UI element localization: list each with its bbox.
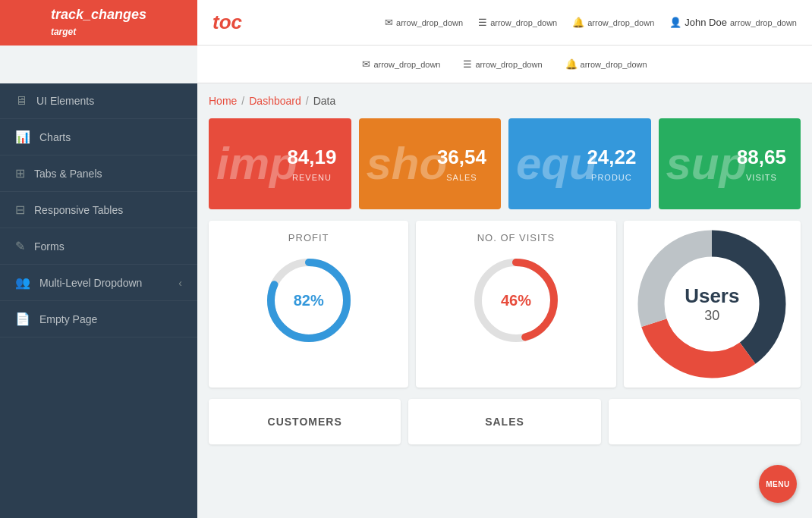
main-layout: 🖥 UI Elements 📊 Charts ⊞ Tabs & Panels ⊟… bbox=[0, 83, 812, 518]
customers-card: CUSTOMERS bbox=[209, 399, 401, 444]
menu-fab[interactable]: MENU bbox=[759, 465, 797, 503]
subheader-mail-label: arrow_drop_down bbox=[373, 60, 440, 69]
bottom-empty-card bbox=[609, 399, 801, 444]
forms-icon: ✎ bbox=[15, 239, 25, 253]
menu-fab-label: MENU bbox=[766, 480, 789, 488]
stat-card-sales: sho 36,54 SALES bbox=[359, 118, 502, 209]
nav-mail[interactable]: ✉ arrow_drop_down bbox=[385, 17, 463, 28]
sidebar-item-tables[interactable]: ⊟ Responsive Tables bbox=[0, 192, 197, 228]
visits-title: NO. OF VISITS bbox=[477, 232, 555, 243]
subheader: ✉ arrow_drop_down ☰ arrow_drop_down 🔔 ar… bbox=[197, 46, 812, 83]
stat-card-visits: sup 88,65 VISITS bbox=[659, 118, 801, 209]
users-card: Users 30 bbox=[624, 221, 801, 388]
users-donut-wrapper: Users 30 bbox=[628, 221, 795, 388]
profit-card: PROFIT 82% bbox=[209, 221, 408, 388]
nav-actions: ✉ arrow_drop_down ☰ arrow_drop_down 🔔 ar… bbox=[385, 17, 812, 28]
stats-row: imp 84,19 REVENU sho 36,54 SALES equ 24,… bbox=[209, 118, 801, 209]
logo: track_changes target bbox=[0, 0, 197, 46]
page-icon: 📄 bbox=[15, 312, 30, 326]
nav-bell-label: arrow_drop_down bbox=[587, 18, 654, 27]
chart-icon: 📊 bbox=[15, 130, 30, 144]
subheader-mail-icon: ✉ bbox=[362, 58, 370, 70]
user-name: John Doe bbox=[685, 17, 727, 28]
sidebar-label-tables: Responsive Tables bbox=[34, 204, 123, 216]
products-label: PRODUC bbox=[591, 173, 632, 182]
logo-main: track_changes bbox=[51, 7, 146, 22]
sidebar-item-tabs[interactable]: ⊞ Tabs & Panels bbox=[0, 155, 197, 192]
sidebar-item-ui-elements[interactable]: 🖥 UI Elements bbox=[0, 83, 197, 119]
subheader-list-icon: ☰ bbox=[463, 58, 472, 70]
stat-card-revenue: imp 84,19 REVENU bbox=[209, 118, 351, 209]
profit-percent: 82% bbox=[294, 292, 324, 309]
visits-label: VISITS bbox=[746, 173, 777, 182]
monitor-icon: 🖥 bbox=[15, 94, 27, 108]
customers-label: CUSTOMERS bbox=[268, 416, 342, 428]
sidebar-item-charts[interactable]: 📊 Charts bbox=[0, 119, 197, 155]
products-value: 24,22 bbox=[587, 146, 636, 169]
subheader-list[interactable]: ☰ arrow_drop_down bbox=[463, 58, 542, 70]
sidebar-item-dropdown[interactable]: 👥 Multi-Level Dropdown ‹ bbox=[0, 265, 197, 301]
user-icon: 👤 bbox=[669, 17, 681, 28]
nav-list-label: arrow_drop_down bbox=[490, 18, 557, 27]
charts-row: PROFIT 82% NO. OF VISITS 46 bbox=[209, 221, 801, 388]
subheader-bell[interactable]: 🔔 arrow_drop_down bbox=[565, 58, 647, 70]
users-center: Users 30 bbox=[685, 284, 739, 324]
subheader-bell-icon: 🔔 bbox=[565, 58, 578, 70]
stat-card-products: equ 24,22 PRODUC bbox=[508, 118, 651, 209]
users-count: 30 bbox=[704, 308, 719, 323]
user-dropdown-icon: arrow_drop_down bbox=[730, 18, 797, 27]
breadcrumb-current: Data bbox=[313, 95, 336, 107]
sidebar-label-dropdown: Multi-Level Dropdown bbox=[39, 277, 142, 289]
breadcrumb-dashboard[interactable]: Dashboard bbox=[249, 95, 301, 107]
logo-sub: target bbox=[51, 27, 76, 37]
breadcrumb: Home / Dashboard / Data bbox=[209, 95, 801, 107]
header: track_changes target toc ✉ arrow_drop_do… bbox=[0, 0, 812, 46]
sidebar-item-forms[interactable]: ✎ Forms bbox=[0, 228, 197, 265]
subheader-list-label: arrow_drop_down bbox=[475, 60, 542, 69]
nav-list[interactable]: ☰ arrow_drop_down bbox=[478, 17, 557, 28]
visits-donut: 46% bbox=[471, 255, 562, 346]
sidebar-label-forms: Forms bbox=[34, 240, 65, 253]
profit-donut: 82% bbox=[263, 255, 354, 346]
bottom-sales-card: SALES bbox=[408, 399, 600, 444]
sidebar-label-ui-elements: UI Elements bbox=[36, 95, 94, 107]
nav-user[interactable]: 👤 John Doe arrow_drop_down bbox=[669, 17, 797, 28]
breadcrumb-sep2: / bbox=[306, 95, 309, 107]
table-icon: ⊟ bbox=[15, 202, 25, 217]
nav-bell[interactable]: 🔔 arrow_drop_down bbox=[572, 17, 654, 28]
users-title: Users bbox=[685, 284, 739, 307]
bell-icon: 🔔 bbox=[572, 17, 584, 28]
visits-percent: 46% bbox=[501, 292, 531, 309]
breadcrumb-home[interactable]: Home bbox=[209, 95, 237, 107]
visits-card: NO. OF VISITS 46% bbox=[416, 221, 615, 388]
nav-mail-label: arrow_drop_down bbox=[396, 18, 463, 27]
visits-value: 88,65 bbox=[737, 146, 786, 169]
dropdown-icon: 👥 bbox=[15, 275, 30, 290]
sidebar-label-tabs: Tabs & Panels bbox=[34, 168, 102, 180]
chevron-left-icon: ‹ bbox=[178, 277, 182, 289]
sales-value: 36,54 bbox=[437, 146, 486, 169]
bottom-row: CUSTOMERS SALES bbox=[209, 399, 801, 444]
mail-icon: ✉ bbox=[385, 17, 393, 28]
revenue-label: REVENU bbox=[292, 173, 332, 182]
tabs-icon: ⊞ bbox=[15, 166, 25, 181]
sidebar: 🖥 UI Elements 📊 Charts ⊞ Tabs & Panels ⊟… bbox=[0, 83, 197, 518]
subheader-bell-label: arrow_drop_down bbox=[581, 60, 647, 69]
breadcrumb-sep1: / bbox=[241, 95, 244, 107]
sidebar-label-empty-page: Empty Page bbox=[39, 313, 97, 325]
sales-label: SALES bbox=[446, 173, 477, 182]
profit-title: PROFIT bbox=[288, 232, 329, 243]
sidebar-label-charts: Charts bbox=[39, 131, 71, 143]
brand-title: toc bbox=[197, 11, 385, 34]
sidebar-item-empty-page[interactable]: 📄 Empty Page bbox=[0, 301, 197, 337]
bottom-sales-label: SALES bbox=[485, 416, 524, 428]
list-icon: ☰ bbox=[478, 17, 487, 28]
revenue-value: 84,19 bbox=[287, 146, 336, 169]
subheader-mail[interactable]: ✉ arrow_drop_down bbox=[362, 58, 440, 70]
main-content: Home / Dashboard / Data imp 84,19 REVENU… bbox=[197, 83, 812, 518]
